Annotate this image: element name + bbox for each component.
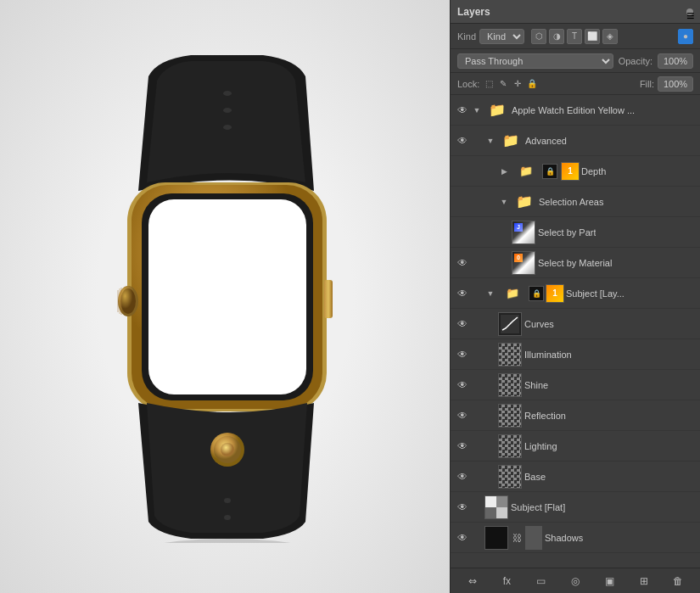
layer-name-illumination: Illumination (524, 350, 572, 360)
link-button[interactable]: ⇔ (464, 573, 481, 590)
pixel-filter-icon[interactable]: ⬡ (531, 29, 546, 44)
blend-bar: Pass Through Opacity: 100% (451, 49, 700, 73)
lock-all-icon[interactable]: 🔒 (526, 78, 538, 90)
visibility-shadows[interactable]: 👁 (454, 529, 471, 546)
chain-shadows: ⛓ (511, 532, 523, 544)
layer-name-base: Base (524, 472, 546, 482)
fill-label: Fill: (640, 79, 654, 89)
lock-move-icon[interactable]: ✛ (512, 78, 524, 90)
panel-menu-icon[interactable]: ≡ (686, 8, 693, 15)
thumb-curves (498, 312, 522, 336)
expand-advanced[interactable]: ▼ (484, 135, 496, 147)
expand-depth[interactable]: ▶ (498, 165, 510, 177)
layer-subject-flat[interactable]: 👁 Subject [Flat] (451, 492, 700, 523)
expand-apple-watch[interactable]: ▼ (471, 104, 483, 116)
layers-list[interactable]: 👁 ▼ 📁 Apple Watch Edition Yellow ... 👁 ▼… (451, 95, 700, 568)
mask-button[interactable]: ▭ (533, 573, 550, 590)
visibility-curves[interactable]: 👁 (454, 316, 471, 333)
expand-selection-areas[interactable]: ▼ (498, 196, 510, 208)
thumb-subject-flat (484, 495, 508, 519)
thumb-depth-badge: 🔒 (542, 164, 557, 179)
lock-pixels-icon[interactable]: ⬚ (483, 78, 495, 90)
thumb-select-material: 0 (512, 251, 535, 275)
layer-name-subject-lay: Subject [Lay... (566, 288, 624, 299)
visibility-subject-lay[interactable]: 👁 (454, 285, 471, 302)
lock-icons: ⬚ ✎ ✛ 🔒 (483, 78, 538, 90)
svg-point-16 (224, 498, 231, 503)
thumb-subject-folder: 📁 (501, 283, 524, 305)
svg-point-17 (224, 515, 231, 520)
visibility-illumination[interactable]: 👁 (454, 346, 471, 363)
adjust-button[interactable]: ⊞ (636, 573, 652, 590)
panel-title: Layers (457, 6, 490, 18)
svg-point-2 (223, 125, 232, 130)
layer-shine[interactable]: 👁 Shine (451, 370, 700, 400)
layer-select-by-material[interactable]: 👁 0 Select by Material (451, 248, 700, 278)
opacity-label: Opacity: (619, 56, 652, 66)
layer-name-curves: Curves (524, 319, 554, 329)
thumb-depth-num: 1 (561, 162, 580, 181)
shape-filter-icon[interactable]: ⬜ (585, 29, 600, 44)
layer-shadows[interactable]: 👁 ⛓ Shadows (451, 523, 700, 553)
watch-preview-area (0, 0, 450, 593)
lock-position-icon[interactable]: ✎ (497, 78, 509, 90)
thumb-advanced: 📁 (500, 130, 522, 152)
filter-kind-dropdown[interactable]: Kind (479, 29, 524, 44)
fill-input[interactable] (658, 76, 693, 92)
layer-depth[interactable]: ▶ 📁 🔒 1 Depth (451, 156, 700, 187)
thumb-base (498, 465, 522, 489)
layer-curves[interactable]: 👁 Curves (451, 309, 700, 339)
thumb-illumination (498, 343, 522, 366)
lock-label: Lock: (457, 79, 479, 89)
visibility-base[interactable]: 👁 (454, 468, 471, 485)
visibility-shine[interactable]: 👁 (454, 377, 471, 394)
visibility-select-material[interactable]: 👁 (454, 255, 471, 271)
filter-label: Kind (457, 31, 476, 42)
layer-name-shine: Shine (524, 380, 548, 390)
filter-bar: Kind Kind ⬡ ◑ T ⬜ ◈ ● (451, 24, 700, 49)
layer-name-reflection: Reflection (524, 411, 566, 421)
thumb-reflection (498, 404, 522, 428)
filter-toggle[interactable]: ● (678, 29, 693, 44)
visibility-subject-flat[interactable]: 👁 (454, 499, 471, 516)
svg-point-8 (120, 288, 136, 314)
adjustment-filter-icon[interactable]: ◑ (549, 29, 564, 44)
svg-rect-6 (148, 199, 306, 394)
layer-select-by-part[interactable]: J Select by Part (451, 217, 700, 248)
trash-button[interactable]: 🗑 (669, 573, 686, 590)
panel-controls: ≡ (686, 8, 693, 15)
layer-apple-watch[interactable]: 👁 ▼ 📁 Apple Watch Edition Yellow ... (451, 95, 700, 126)
smart-filter-icon[interactable]: ◈ (602, 29, 618, 44)
layer-selection-areas[interactable]: ▼ 📁 Selection Areas (451, 187, 700, 217)
blend-mode-dropdown[interactable]: Pass Through (457, 53, 613, 69)
visibility-selection-empty (454, 193, 471, 210)
thumb-apple-watch: 📁 (486, 99, 508, 121)
layer-lighting[interactable]: 👁 Lighting (451, 431, 700, 462)
svg-point-18 (143, 539, 312, 543)
panel-toolbar: ⇔ fx ▭ ◎ ▣ ⊞ 🗑 (451, 568, 700, 593)
layer-base[interactable]: 👁 Base (451, 462, 700, 492)
lock-bar: Lock: ⬚ ✎ ✛ 🔒 Fill: (451, 73, 700, 95)
layer-name-advanced: Advanced (525, 136, 567, 146)
opacity-input[interactable]: 100% (658, 53, 693, 69)
layer-reflection[interactable]: 👁 Reflection (451, 400, 700, 431)
thumb-depth-folder: 📁 (515, 160, 537, 182)
visibility-advanced[interactable]: 👁 (454, 132, 471, 149)
layer-name-selection-areas: Selection Areas (539, 197, 603, 207)
folder-button[interactable]: ▣ (601, 573, 618, 590)
thumb-subject-num: 1 (546, 284, 564, 303)
visibility-apple-watch[interactable]: 👁 (454, 102, 471, 119)
layer-illumination[interactable]: 👁 Illumination (451, 339, 700, 370)
visibility-reflection[interactable]: 👁 (454, 407, 471, 424)
adjustment-button[interactable]: ◎ (567, 573, 584, 590)
type-filter-icon[interactable]: T (567, 29, 582, 44)
thumb-subject-lock: 🔒 (529, 286, 544, 301)
fx-button[interactable]: fx (498, 573, 515, 590)
svg-point-15 (221, 443, 234, 456)
expand-subject-lay[interactable]: ▼ (484, 288, 496, 299)
layer-subject-lay[interactable]: 👁 ▼ 📁 🔒 1 Subject [Lay... (451, 278, 700, 309)
layer-advanced[interactable]: 👁 ▼ 📁 Advanced (451, 126, 700, 156)
layer-name-apple-watch: Apple Watch Edition Yellow ... (512, 105, 697, 115)
visibility-lighting[interactable]: 👁 (454, 438, 471, 455)
visibility-select-part-empty (454, 224, 471, 241)
